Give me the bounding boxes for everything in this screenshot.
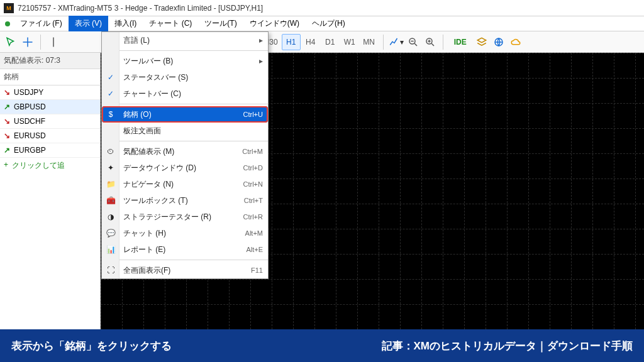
cloud-icon[interactable]	[508, 34, 524, 50]
zoom-out-icon[interactable]	[405, 34, 421, 50]
menu-item[interactable]: 言語 (L)▸	[102, 32, 268, 48]
symbol-label: GBPUSD	[14, 102, 46, 111]
menu-item[interactable]: $銘柄 (O)Ctrl+U	[102, 106, 268, 123]
toolbar: M5 M15 M30 H1 H4 D1 W1 MN ▾ IDE	[0, 31, 644, 53]
menu-item[interactable]: ✓ステータスバー (S)	[102, 69, 268, 85]
app-icon: M	[4, 3, 14, 13]
record-icon[interactable]	[1, 18, 14, 30]
menu-item[interactable]: ◑ストラテジーテスター (R)Ctrl+R	[102, 209, 268, 225]
tf-w1[interactable]: W1	[340, 34, 359, 50]
menu-item[interactable]: ✓チャートバー (C)	[102, 85, 268, 102]
menu-item[interactable]: ✦データウインドウ (D)Ctrl+D	[102, 160, 268, 176]
window-title: 72105757 - XMTrading-MT5 3 - Hedge - Tra…	[18, 4, 263, 13]
zoom-in-icon[interactable]	[422, 34, 438, 50]
arrow-up-icon: ↗	[4, 146, 10, 155]
symbol-label: EURGBP	[14, 146, 46, 155]
menubar: ファイル (F) 表示 (V) 挿入(I) チャート (C) ツール(T) ウイ…	[0, 16, 644, 31]
cursor-icon[interactable]	[3, 34, 19, 50]
ide-button[interactable]: IDE	[448, 34, 473, 50]
menu-file[interactable]: ファイル (F)	[14, 16, 69, 31]
add-symbol-row[interactable]: +クリックして追	[0, 158, 100, 173]
symbol-row[interactable]: ↘USDJPY	[0, 85, 100, 100]
plus-icon: +	[4, 160, 8, 171]
menu-chart[interactable]: チャート (C)	[143, 16, 198, 31]
line-chart-icon[interactable]: ▾	[388, 34, 404, 50]
arrow-down-icon: ↘	[4, 131, 10, 140]
symbol-label: USDCHF	[14, 117, 45, 126]
titlebar: M 72105757 - XMTrading-MT5 3 - Hedge - T…	[0, 0, 644, 16]
caption-left: 表示から「銘柄」をクリックする	[11, 339, 172, 353]
vline-icon[interactable]	[45, 34, 62, 50]
symbol-label: USDJPY	[14, 88, 43, 97]
tf-mn[interactable]: MN	[360, 34, 379, 50]
tf-h1[interactable]: H1	[282, 34, 301, 50]
caption-bar: 表示から「銘柄」をクリックする 記事：XMのヒストリカルデータ｜ダウンロード手順	[0, 329, 644, 362]
menu-item[interactable]: 💬チャット (H)Alt+M	[102, 225, 268, 241]
menu-tools[interactable]: ツール(T)	[198, 16, 243, 31]
menu-item[interactable]: 📊レポート (E)Alt+E	[102, 241, 268, 258]
menu-insert[interactable]: 挿入(I)	[108, 16, 143, 31]
menu-item[interactable]: 📁ナビゲータ (N)Ctrl+N	[102, 176, 268, 192]
menu-item[interactable]: ⏲気配値表示 (M)Ctrl+M	[102, 143, 268, 160]
caption-right: 記事：XMのヒストリカルデータ｜ダウンロード手順	[382, 339, 633, 353]
tf-h4[interactable]: H4	[301, 34, 320, 50]
arrow-down-icon: ↘	[4, 88, 10, 97]
arrow-down-icon: ↘	[4, 117, 10, 126]
menu-item[interactable]: 板注文画面	[102, 123, 268, 139]
market-watch-title: 気配値表示: 07:3	[0, 53, 100, 69]
add-symbol-label: クリックして追	[12, 160, 65, 171]
column-symbol[interactable]: 銘柄	[0, 69, 100, 85]
symbol-row[interactable]: ↘EURUSD	[0, 129, 100, 143]
market-watch-panel: 気配値表示: 07:3 銘柄 ↘USDJPY ↗GBPUSD ↘USDCHF ↘…	[0, 53, 101, 329]
symbol-row[interactable]: ↗GBPUSD	[0, 100, 100, 114]
tf-d1[interactable]: D1	[321, 34, 340, 50]
menu-item[interactable]: ツールバー (B)▸	[102, 53, 268, 69]
arrow-up-icon: ↗	[4, 102, 10, 111]
menu-item[interactable]: 🧰ツールボックス (T)Ctrl+T	[102, 192, 268, 209]
view-menu-dropdown: 言語 (L)▸ツールバー (B)▸✓ステータスバー (S)✓チャートバー (C)…	[101, 31, 269, 279]
menu-help[interactable]: ヘルプ(H)	[306, 16, 352, 31]
symbol-row[interactable]: ↗EURGBP	[0, 143, 100, 158]
globe-icon[interactable]	[491, 34, 507, 50]
menu-window[interactable]: ウインドウ(W)	[243, 16, 306, 31]
menu-view[interactable]: 表示 (V)	[69, 16, 108, 31]
crosshair-icon[interactable]	[19, 34, 36, 50]
layers-icon[interactable]	[474, 34, 490, 50]
symbol-label: EURUSD	[14, 131, 46, 140]
symbol-row[interactable]: ↘USDCHF	[0, 114, 100, 129]
menu-item[interactable]: ⛶全画面表示(F)F11	[102, 262, 268, 278]
